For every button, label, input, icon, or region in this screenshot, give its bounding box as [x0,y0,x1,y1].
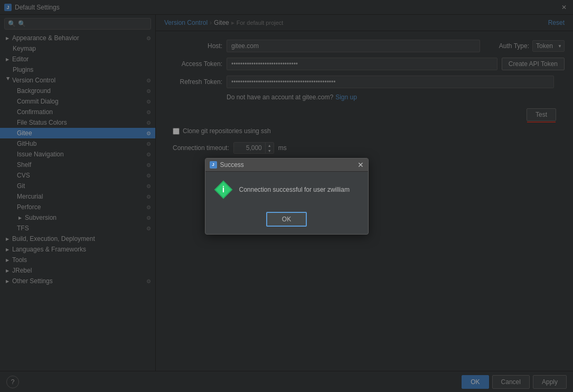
modal-body: i Connection successful for user zwillia… [205,172,368,208]
modal-ok-button[interactable]: OK [266,212,307,227]
modal-title-bar: J Success ✕ [205,158,368,172]
svg-text:i: i [222,185,224,194]
modal-overlay: J Success ✕ i Connection successful for … [0,0,573,392]
success-modal: J Success ✕ i Connection successful for … [205,158,369,235]
modal-close-button[interactable]: ✕ [358,161,364,169]
modal-message: Connection successful for user zwilliam [239,186,350,193]
modal-footer: OK [205,208,368,234]
modal-app-icon: J [210,161,217,169]
success-icon: i [214,180,233,199]
modal-title: Success [220,161,244,169]
modal-title-left: J Success [210,161,244,169]
